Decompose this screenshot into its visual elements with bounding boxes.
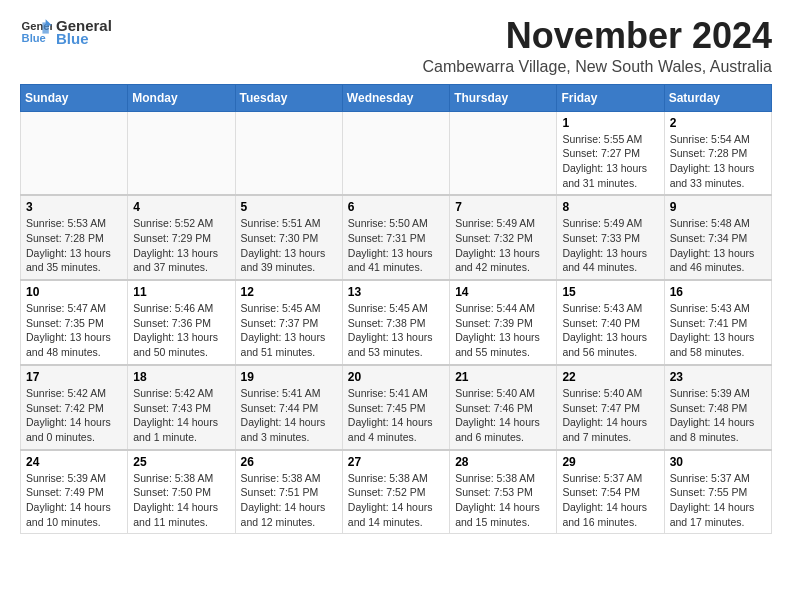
calendar-cell: 12Sunrise: 5:45 AM Sunset: 7:37 PM Dayli… [235,280,342,365]
day-number: 7 [455,200,551,214]
day-info: Sunrise: 5:41 AM Sunset: 7:45 PM Dayligh… [348,386,444,445]
day-number: 25 [133,455,229,469]
logo-icon: General Blue [20,16,52,48]
day-info: Sunrise: 5:41 AM Sunset: 7:44 PM Dayligh… [241,386,337,445]
week-row-5: 24Sunrise: 5:39 AM Sunset: 7:49 PM Dayli… [21,450,772,534]
calendar-cell: 14Sunrise: 5:44 AM Sunset: 7:39 PM Dayli… [450,280,557,365]
day-number: 22 [562,370,658,384]
header-monday: Monday [128,84,235,111]
calendar-cell: 19Sunrise: 5:41 AM Sunset: 7:44 PM Dayli… [235,365,342,450]
calendar-cell: 30Sunrise: 5:37 AM Sunset: 7:55 PM Dayli… [664,450,771,534]
day-info: Sunrise: 5:37 AM Sunset: 7:55 PM Dayligh… [670,471,766,530]
day-info: Sunrise: 5:44 AM Sunset: 7:39 PM Dayligh… [455,301,551,360]
day-number: 17 [26,370,122,384]
calendar-cell: 29Sunrise: 5:37 AM Sunset: 7:54 PM Dayli… [557,450,664,534]
day-number: 19 [241,370,337,384]
day-info: Sunrise: 5:49 AM Sunset: 7:32 PM Dayligh… [455,216,551,275]
day-number: 5 [241,200,337,214]
day-number: 9 [670,200,766,214]
day-number: 6 [348,200,444,214]
calendar-cell: 27Sunrise: 5:38 AM Sunset: 7:52 PM Dayli… [342,450,449,534]
calendar-cell: 16Sunrise: 5:43 AM Sunset: 7:41 PM Dayli… [664,280,771,365]
day-number: 15 [562,285,658,299]
day-info: Sunrise: 5:40 AM Sunset: 7:47 PM Dayligh… [562,386,658,445]
day-info: Sunrise: 5:38 AM Sunset: 7:53 PM Dayligh… [455,471,551,530]
calendar-cell: 10Sunrise: 5:47 AM Sunset: 7:35 PM Dayli… [21,280,128,365]
calendar-cell: 2Sunrise: 5:54 AM Sunset: 7:28 PM Daylig… [664,111,771,195]
day-info: Sunrise: 5:45 AM Sunset: 7:37 PM Dayligh… [241,301,337,360]
calendar-header-row: SundayMondayTuesdayWednesdayThursdayFrid… [21,84,772,111]
day-info: Sunrise: 5:43 AM Sunset: 7:41 PM Dayligh… [670,301,766,360]
day-info: Sunrise: 5:51 AM Sunset: 7:30 PM Dayligh… [241,216,337,275]
calendar-cell: 7Sunrise: 5:49 AM Sunset: 7:32 PM Daylig… [450,195,557,280]
day-info: Sunrise: 5:54 AM Sunset: 7:28 PM Dayligh… [670,132,766,191]
day-info: Sunrise: 5:48 AM Sunset: 7:34 PM Dayligh… [670,216,766,275]
day-info: Sunrise: 5:43 AM Sunset: 7:40 PM Dayligh… [562,301,658,360]
calendar-cell: 15Sunrise: 5:43 AM Sunset: 7:40 PM Dayli… [557,280,664,365]
day-number: 16 [670,285,766,299]
day-number: 8 [562,200,658,214]
day-number: 1 [562,116,658,130]
calendar-cell: 8Sunrise: 5:49 AM Sunset: 7:33 PM Daylig… [557,195,664,280]
calendar-cell: 25Sunrise: 5:38 AM Sunset: 7:50 PM Dayli… [128,450,235,534]
day-number: 18 [133,370,229,384]
calendar-cell: 23Sunrise: 5:39 AM Sunset: 7:48 PM Dayli… [664,365,771,450]
day-number: 29 [562,455,658,469]
calendar-cell: 6Sunrise: 5:50 AM Sunset: 7:31 PM Daylig… [342,195,449,280]
calendar-cell: 17Sunrise: 5:42 AM Sunset: 7:42 PM Dayli… [21,365,128,450]
page-title: November 2024 [423,16,773,56]
day-number: 12 [241,285,337,299]
day-info: Sunrise: 5:49 AM Sunset: 7:33 PM Dayligh… [562,216,658,275]
page-header: General Blue General Blue November 2024 … [20,16,772,76]
day-info: Sunrise: 5:38 AM Sunset: 7:51 PM Dayligh… [241,471,337,530]
logo: General Blue General Blue [20,16,112,48]
header-thursday: Thursday [450,84,557,111]
header-saturday: Saturday [664,84,771,111]
day-number: 3 [26,200,122,214]
week-row-2: 3Sunrise: 5:53 AM Sunset: 7:28 PM Daylig… [21,195,772,280]
day-info: Sunrise: 5:42 AM Sunset: 7:42 PM Dayligh… [26,386,122,445]
logo-blue: Blue [56,30,112,47]
day-info: Sunrise: 5:38 AM Sunset: 7:50 PM Dayligh… [133,471,229,530]
day-info: Sunrise: 5:46 AM Sunset: 7:36 PM Dayligh… [133,301,229,360]
calendar-cell [235,111,342,195]
day-info: Sunrise: 5:50 AM Sunset: 7:31 PM Dayligh… [348,216,444,275]
day-number: 23 [670,370,766,384]
day-number: 30 [670,455,766,469]
header-wednesday: Wednesday [342,84,449,111]
calendar-cell: 3Sunrise: 5:53 AM Sunset: 7:28 PM Daylig… [21,195,128,280]
calendar-cell: 13Sunrise: 5:45 AM Sunset: 7:38 PM Dayli… [342,280,449,365]
calendar-cell: 22Sunrise: 5:40 AM Sunset: 7:47 PM Dayli… [557,365,664,450]
day-info: Sunrise: 5:42 AM Sunset: 7:43 PM Dayligh… [133,386,229,445]
day-number: 2 [670,116,766,130]
calendar-cell [128,111,235,195]
day-info: Sunrise: 5:55 AM Sunset: 7:27 PM Dayligh… [562,132,658,191]
day-info: Sunrise: 5:53 AM Sunset: 7:28 PM Dayligh… [26,216,122,275]
calendar-cell: 28Sunrise: 5:38 AM Sunset: 7:53 PM Dayli… [450,450,557,534]
day-number: 10 [26,285,122,299]
week-row-3: 10Sunrise: 5:47 AM Sunset: 7:35 PM Dayli… [21,280,772,365]
day-info: Sunrise: 5:47 AM Sunset: 7:35 PM Dayligh… [26,301,122,360]
day-number: 4 [133,200,229,214]
day-number: 26 [241,455,337,469]
calendar-cell: 1Sunrise: 5:55 AM Sunset: 7:27 PM Daylig… [557,111,664,195]
header-friday: Friday [557,84,664,111]
calendar-table: SundayMondayTuesdayWednesdayThursdayFrid… [20,84,772,535]
calendar-cell [21,111,128,195]
day-info: Sunrise: 5:40 AM Sunset: 7:46 PM Dayligh… [455,386,551,445]
day-number: 14 [455,285,551,299]
day-info: Sunrise: 5:37 AM Sunset: 7:54 PM Dayligh… [562,471,658,530]
svg-text:Blue: Blue [22,32,46,44]
day-info: Sunrise: 5:39 AM Sunset: 7:49 PM Dayligh… [26,471,122,530]
header-tuesday: Tuesday [235,84,342,111]
day-info: Sunrise: 5:45 AM Sunset: 7:38 PM Dayligh… [348,301,444,360]
week-row-4: 17Sunrise: 5:42 AM Sunset: 7:42 PM Dayli… [21,365,772,450]
calendar-cell: 4Sunrise: 5:52 AM Sunset: 7:29 PM Daylig… [128,195,235,280]
calendar-cell: 24Sunrise: 5:39 AM Sunset: 7:49 PM Dayli… [21,450,128,534]
calendar-cell [342,111,449,195]
day-number: 13 [348,285,444,299]
calendar-cell: 9Sunrise: 5:48 AM Sunset: 7:34 PM Daylig… [664,195,771,280]
day-number: 28 [455,455,551,469]
week-row-1: 1Sunrise: 5:55 AM Sunset: 7:27 PM Daylig… [21,111,772,195]
day-info: Sunrise: 5:38 AM Sunset: 7:52 PM Dayligh… [348,471,444,530]
